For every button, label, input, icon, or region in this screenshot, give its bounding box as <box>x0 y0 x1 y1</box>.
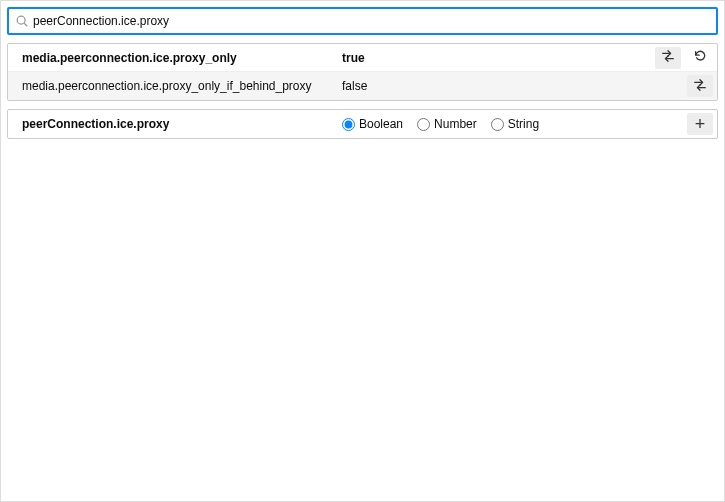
pref-list: media.peerconnection.ice.proxy_onlytruem… <box>7 43 718 101</box>
toggle-button[interactable] <box>687 75 713 97</box>
type-label: Number <box>434 117 477 131</box>
pref-name: media.peerconnection.ice.proxy_only_if_b… <box>22 79 342 93</box>
type-radio[interactable] <box>342 118 355 131</box>
type-radio-group: BooleanNumberString <box>342 117 687 131</box>
pref-row: media.peerconnection.ice.proxy_onlytrue <box>8 44 717 72</box>
pref-actions <box>687 75 713 97</box>
svg-line-1 <box>24 23 27 26</box>
type-radio[interactable] <box>417 118 430 131</box>
search-icon <box>15 14 29 28</box>
plus-icon: + <box>695 115 706 133</box>
svg-point-0 <box>17 16 25 24</box>
type-option[interactable]: Number <box>417 117 477 131</box>
toggle-icon <box>693 78 707 95</box>
type-label: Boolean <box>359 117 403 131</box>
pref-name: media.peerconnection.ice.proxy_only <box>22 51 342 65</box>
add-pref-row: peerConnection.ice.proxy BooleanNumberSt… <box>7 109 718 139</box>
type-option[interactable]: String <box>491 117 539 131</box>
reset-icon <box>693 49 707 66</box>
pref-value: false <box>342 79 687 93</box>
type-option[interactable]: Boolean <box>342 117 403 131</box>
toggle-icon <box>661 49 675 66</box>
type-label: String <box>508 117 539 131</box>
toggle-button[interactable] <box>655 47 681 69</box>
add-button[interactable]: + <box>687 113 713 135</box>
about-config-page: media.peerconnection.ice.proxy_onlytruem… <box>0 0 725 502</box>
pref-value: true <box>342 51 655 65</box>
reset-button[interactable] <box>687 47 713 69</box>
search-input[interactable] <box>33 14 710 28</box>
type-radio[interactable] <box>491 118 504 131</box>
add-pref-name: peerConnection.ice.proxy <box>22 117 342 131</box>
search-bar[interactable] <box>7 7 718 35</box>
pref-row: media.peerconnection.ice.proxy_only_if_b… <box>8 72 717 100</box>
pref-actions <box>655 47 713 69</box>
